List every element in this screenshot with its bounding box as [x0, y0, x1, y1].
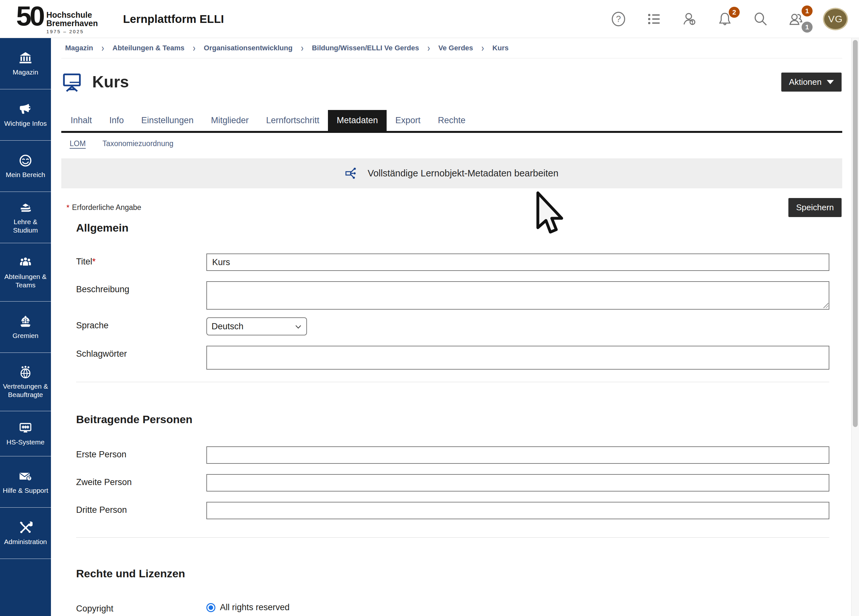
- sprache-label: Sprache: [76, 317, 206, 331]
- chevron-down-icon: [827, 80, 834, 84]
- section-title-beitragende: Beitragende Personen: [76, 413, 842, 426]
- user-alert-icon: [681, 11, 697, 27]
- sidebar-item-hilfe-support[interactable]: ? Hilfe & Support: [0, 457, 51, 508]
- users-icon: [788, 11, 804, 27]
- books-icon: [19, 201, 33, 215]
- breadcrumb-item[interactable]: Organisationsentwicklung: [204, 44, 292, 52]
- titel-label: Titel*: [76, 253, 206, 267]
- sidebar: Magazin Wichtige Infos Mein Bereich Lehr…: [0, 38, 51, 616]
- tools-icon: [19, 521, 33, 535]
- globe-people-icon: [19, 365, 33, 379]
- breadcrumb-item[interactable]: Magazin: [65, 44, 93, 52]
- section-divider: [76, 537, 829, 538]
- notifications-button[interactable]: 2: [717, 11, 733, 27]
- sprache-select[interactable]: Deutsch: [206, 317, 307, 335]
- copyright-radio[interactable]: [206, 603, 216, 612]
- people-icon: [19, 255, 33, 270]
- schlagwoerter-input[interactable]: [206, 346, 829, 370]
- section-divider: [76, 382, 829, 382]
- titel-input[interactable]: [206, 253, 829, 271]
- notifications-badge: 2: [729, 7, 740, 18]
- chevron-right-icon: ›: [193, 42, 195, 54]
- tab-rechte[interactable]: Rechte: [429, 110, 474, 131]
- breadcrumb: Magazin › Abteilungen & Teams › Organisa…: [61, 38, 842, 58]
- metadata-graph-icon: [345, 166, 360, 181]
- help-button[interactable]: ?: [610, 11, 627, 27]
- tab-mitglieder[interactable]: Mitglieder: [202, 110, 257, 131]
- chevron-right-icon: ›: [301, 42, 303, 54]
- edit-full-metadata-banner[interactable]: Vollständige Lernobjekt-Metadaten bearbe…: [61, 158, 842, 188]
- sidebar-item-administration[interactable]: Administration: [0, 508, 51, 559]
- tab-export[interactable]: Export: [387, 110, 429, 131]
- svg-text:?: ?: [616, 14, 621, 24]
- bank-icon: [19, 51, 33, 65]
- help-icon: ?: [611, 11, 626, 27]
- chevron-right-icon: ›: [102, 42, 104, 54]
- sidebar-item-vertretungen[interactable]: Vertretungen & Beauftragte: [0, 353, 51, 411]
- search-button[interactable]: [752, 11, 769, 27]
- app-title: Lernplattform ELLI: [123, 13, 224, 25]
- logo-line2: Bremerhaven: [47, 19, 98, 27]
- beschreibung-textarea[interactable]: [206, 281, 829, 310]
- section-title-rechte: Rechte und Lizenzen: [76, 567, 842, 580]
- sidebar-item-mein-bereich[interactable]: Mein Bereich: [0, 141, 51, 192]
- contacts-badge-top: 1: [801, 5, 812, 16]
- chevron-right-icon: ›: [427, 42, 430, 54]
- committee-icon: [19, 314, 33, 328]
- awareness-button[interactable]: [681, 11, 698, 27]
- megaphone-icon: [19, 102, 33, 116]
- erste-person-label: Erste Person: [76, 446, 206, 460]
- chevron-right-icon: ›: [481, 42, 484, 54]
- tab-einstellungen[interactable]: Einstellungen: [133, 110, 202, 131]
- schlagwoerter-label: Schlagwörter: [76, 346, 206, 359]
- contacts-badge-bottom: 1: [801, 22, 812, 33]
- tab-lernfortschritt[interactable]: Lernfortschritt: [257, 110, 328, 131]
- copyright-option-label: All rights reserved: [220, 602, 290, 613]
- scrollbar-thumb[interactable]: [853, 40, 858, 427]
- breadcrumb-item[interactable]: Abteilungen & Teams: [112, 44, 184, 52]
- breadcrumb-item[interactable]: Ve Gerdes: [438, 44, 473, 52]
- subtab-bar: LOM Taxonomiezuordnung: [61, 139, 842, 148]
- main-content: Magazin › Abteilungen & Teams › Organisa…: [51, 38, 851, 616]
- list-icon: [646, 11, 662, 27]
- mail-help-icon: ?: [19, 469, 33, 483]
- tab-metadaten[interactable]: Metadaten: [328, 110, 387, 131]
- logo-years: 1975 – 2025: [47, 29, 98, 34]
- resize-grip-icon[interactable]: [823, 302, 828, 308]
- main-menu-button[interactable]: [645, 11, 662, 27]
- banner-label: Vollständige Lernobjekt-Metadaten bearbe…: [368, 168, 559, 179]
- breadcrumb-item[interactable]: Kurs: [492, 44, 509, 52]
- sidebar-item-magazin[interactable]: Magazin: [0, 38, 51, 89]
- save-button[interactable]: Speichern: [789, 198, 842, 217]
- breadcrumb-item[interactable]: Bildung/Wissen/ELLI Ve Gerdes: [312, 44, 419, 52]
- search-icon: [752, 11, 768, 27]
- zweite-person-input[interactable]: [206, 474, 829, 491]
- tab-inhalt[interactable]: Inhalt: [62, 110, 101, 131]
- university-logo: 50 Hochschule Bremerhaven 1975 – 2025: [16, 3, 98, 34]
- avatar[interactable]: VG: [823, 8, 848, 30]
- course-board-icon: [61, 71, 83, 92]
- sidebar-item-abteilungen-teams[interactable]: Abteilungen & Teams: [0, 243, 51, 302]
- logo-50: 50: [16, 3, 43, 28]
- subtab-lom[interactable]: LOM: [70, 139, 86, 148]
- logo-line1: Hochschule: [47, 11, 98, 19]
- zweite-person-label: Zweite Person: [76, 474, 206, 487]
- dritte-person-input[interactable]: [206, 502, 829, 519]
- required-asterisk: *: [66, 203, 69, 212]
- tab-bar: Inhalt Info Einstellungen Mitglieder Ler…: [61, 110, 842, 133]
- sidebar-item-wichtige-infos[interactable]: Wichtige Infos: [0, 89, 51, 141]
- actions-button[interactable]: Aktionen: [781, 73, 842, 92]
- sidebar-item-hs-systeme[interactable]: HS-Systeme: [0, 411, 51, 457]
- contacts-button[interactable]: 1 1: [787, 11, 804, 27]
- section-title-allgemein: Allgemein: [76, 222, 842, 234]
- sidebar-item-gremien[interactable]: Gremien: [0, 302, 51, 353]
- sidebar-item-lehre-studium[interactable]: Lehre & Studium: [0, 192, 51, 243]
- svg-text:?: ?: [28, 476, 30, 480]
- subtab-taxonomiezuordnung[interactable]: Taxonomiezuordnung: [103, 139, 173, 148]
- scrollbar-track[interactable]: [851, 38, 859, 616]
- copyright-label: Copyright: [76, 600, 206, 614]
- erste-person-input[interactable]: [206, 446, 829, 464]
- page-title: Kurs: [92, 73, 129, 91]
- required-hint: Erforderliche Angabe: [72, 203, 141, 212]
- tab-info[interactable]: Info: [101, 110, 133, 131]
